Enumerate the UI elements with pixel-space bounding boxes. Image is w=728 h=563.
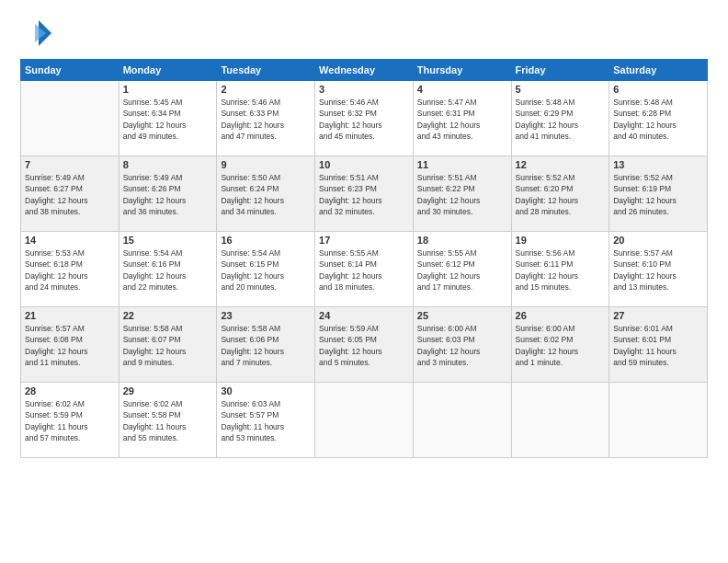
calendar-cell: 24Sunrise: 5:59 AMSunset: 6:05 PMDayligh… — [315, 307, 414, 383]
day-number: 15 — [123, 235, 213, 246]
day-number: 13 — [613, 159, 703, 170]
calendar-cell: 18Sunrise: 5:55 AMSunset: 6:12 PMDayligh… — [413, 232, 511, 307]
day-info: Sunrise: 6:02 AMSunset: 5:58 PMDaylight:… — [123, 398, 213, 443]
day-number: 29 — [123, 385, 213, 396]
day-info: Sunrise: 5:51 AMSunset: 6:23 PMDaylight:… — [319, 172, 409, 217]
day-number: 17 — [319, 235, 409, 246]
week-row-2: 7Sunrise: 5:49 AMSunset: 6:27 PMDaylight… — [21, 156, 708, 232]
calendar-cell: 17Sunrise: 5:55 AMSunset: 6:14 PMDayligh… — [315, 232, 414, 307]
calendar-cell: 29Sunrise: 6:02 AMSunset: 5:58 PMDayligh… — [119, 383, 217, 458]
day-info: Sunrise: 5:50 AMSunset: 6:24 PMDaylight:… — [221, 172, 311, 217]
calendar-cell: 19Sunrise: 5:56 AMSunset: 6:11 PMDayligh… — [511, 232, 609, 307]
day-info: Sunrise: 5:54 AMSunset: 6:15 PMDaylight:… — [221, 247, 311, 293]
calendar-cell: 13Sunrise: 5:52 AMSunset: 6:19 PMDayligh… — [609, 156, 708, 232]
day-number: 8 — [123, 159, 213, 170]
calendar-cell: 5Sunrise: 5:48 AMSunset: 6:29 PMDaylight… — [511, 81, 609, 156]
day-number: 18 — [417, 235, 507, 246]
day-info: Sunrise: 6:02 AMSunset: 5:59 PMDaylight:… — [25, 398, 115, 443]
day-number: 10 — [319, 159, 409, 170]
day-number: 6 — [613, 84, 703, 95]
day-number: 28 — [25, 385, 115, 396]
day-number: 12 — [516, 159, 606, 170]
day-info: Sunrise: 5:59 AMSunset: 6:05 PMDaylight:… — [319, 323, 409, 368]
day-number: 27 — [613, 310, 703, 321]
calendar-cell: 9Sunrise: 5:50 AMSunset: 6:24 PMDaylight… — [217, 156, 315, 232]
calendar-cell: 30Sunrise: 6:03 AMSunset: 5:57 PMDayligh… — [217, 383, 315, 458]
calendar-cell: 28Sunrise: 6:02 AMSunset: 5:59 PMDayligh… — [21, 383, 119, 458]
day-number: 11 — [417, 159, 507, 170]
day-info: Sunrise: 5:53 AMSunset: 6:18 PMDaylight:… — [25, 247, 115, 293]
day-info: Sunrise: 5:52 AMSunset: 6:19 PMDaylight:… — [613, 172, 703, 217]
day-info: Sunrise: 6:01 AMSunset: 6:01 PMDaylight:… — [613, 323, 703, 368]
day-number: 16 — [221, 235, 311, 246]
day-info: Sunrise: 5:51 AMSunset: 6:22 PMDaylight:… — [417, 172, 507, 217]
calendar: SundayMondayTuesdayWednesdayThursdayFrid… — [20, 59, 708, 458]
calendar-cell: 12Sunrise: 5:52 AMSunset: 6:20 PMDayligh… — [511, 156, 609, 232]
col-header-tuesday: Tuesday — [217, 60, 315, 81]
day-number: 22 — [123, 310, 213, 321]
day-info: Sunrise: 5:47 AMSunset: 6:31 PMDaylight:… — [417, 97, 507, 142]
calendar-cell: 10Sunrise: 5:51 AMSunset: 6:23 PMDayligh… — [315, 156, 414, 232]
calendar-cell: 15Sunrise: 5:54 AMSunset: 6:16 PMDayligh… — [119, 232, 217, 307]
header — [20, 17, 708, 50]
calendar-cell — [413, 383, 511, 458]
day-info: Sunrise: 6:00 AMSunset: 6:03 PMDaylight:… — [417, 323, 507, 368]
day-number: 14 — [25, 235, 115, 246]
day-info: Sunrise: 5:54 AMSunset: 6:16 PMDaylight:… — [123, 247, 213, 293]
day-info: Sunrise: 5:55 AMSunset: 6:12 PMDaylight:… — [417, 247, 507, 293]
day-number: 9 — [221, 159, 311, 170]
day-info: Sunrise: 5:58 AMSunset: 6:07 PMDaylight:… — [123, 323, 213, 368]
header-row: SundayMondayTuesdayWednesdayThursdayFrid… — [21, 60, 708, 81]
calendar-cell: 23Sunrise: 5:58 AMSunset: 6:06 PMDayligh… — [217, 307, 315, 383]
col-header-thursday: Thursday — [413, 60, 511, 81]
day-number: 7 — [25, 159, 115, 170]
day-info: Sunrise: 5:57 AMSunset: 6:10 PMDaylight:… — [613, 247, 703, 293]
calendar-cell: 20Sunrise: 5:57 AMSunset: 6:10 PMDayligh… — [609, 232, 708, 307]
day-info: Sunrise: 5:56 AMSunset: 6:11 PMDaylight:… — [516, 247, 606, 293]
day-info: Sunrise: 5:52 AMSunset: 6:20 PMDaylight:… — [516, 172, 606, 217]
calendar-cell: 11Sunrise: 5:51 AMSunset: 6:22 PMDayligh… — [413, 156, 511, 232]
calendar-cell: 6Sunrise: 5:48 AMSunset: 6:28 PMDaylight… — [609, 81, 708, 156]
day-info: Sunrise: 5:45 AMSunset: 6:34 PMDaylight:… — [123, 97, 213, 142]
day-info: Sunrise: 5:57 AMSunset: 6:08 PMDaylight:… — [25, 323, 115, 368]
day-number: 2 — [221, 84, 311, 95]
day-number: 4 — [417, 84, 507, 95]
day-number: 19 — [516, 235, 606, 246]
day-number: 5 — [516, 84, 606, 95]
calendar-cell: 7Sunrise: 5:49 AMSunset: 6:27 PMDaylight… — [21, 156, 119, 232]
calendar-cell: 1Sunrise: 5:45 AMSunset: 6:34 PMDaylight… — [119, 81, 217, 156]
logo-icon — [20, 17, 53, 50]
day-number: 26 — [516, 310, 606, 321]
day-info: Sunrise: 5:49 AMSunset: 6:26 PMDaylight:… — [123, 172, 213, 217]
day-info: Sunrise: 5:58 AMSunset: 6:06 PMDaylight:… — [221, 323, 311, 368]
day-number: 24 — [319, 310, 409, 321]
calendar-cell: 2Sunrise: 5:46 AMSunset: 6:33 PMDaylight… — [217, 81, 315, 156]
calendar-cell: 27Sunrise: 6:01 AMSunset: 6:01 PMDayligh… — [609, 307, 708, 383]
col-header-monday: Monday — [119, 60, 217, 81]
day-info: Sunrise: 5:46 AMSunset: 6:33 PMDaylight:… — [221, 97, 311, 142]
calendar-cell: 3Sunrise: 5:46 AMSunset: 6:32 PMDaylight… — [315, 81, 414, 156]
calendar-cell — [511, 383, 609, 458]
calendar-cell: 21Sunrise: 5:57 AMSunset: 6:08 PMDayligh… — [21, 307, 119, 383]
week-row-1: 1Sunrise: 5:45 AMSunset: 6:34 PMDaylight… — [21, 81, 708, 156]
calendar-cell — [609, 383, 708, 458]
week-row-3: 14Sunrise: 5:53 AMSunset: 6:18 PMDayligh… — [21, 232, 708, 307]
calendar-cell: 14Sunrise: 5:53 AMSunset: 6:18 PMDayligh… — [21, 232, 119, 307]
col-header-saturday: Saturday — [609, 60, 708, 81]
calendar-cell — [315, 383, 414, 458]
day-info: Sunrise: 5:48 AMSunset: 6:28 PMDaylight:… — [613, 97, 703, 142]
calendar-cell: 8Sunrise: 5:49 AMSunset: 6:26 PMDaylight… — [119, 156, 217, 232]
col-header-sunday: Sunday — [21, 60, 119, 81]
day-info: Sunrise: 6:00 AMSunset: 6:02 PMDaylight:… — [516, 323, 606, 368]
week-row-4: 21Sunrise: 5:57 AMSunset: 6:08 PMDayligh… — [21, 307, 708, 383]
day-number: 30 — [221, 385, 311, 396]
col-header-wednesday: Wednesday — [315, 60, 414, 81]
calendar-cell: 22Sunrise: 5:58 AMSunset: 6:07 PMDayligh… — [119, 307, 217, 383]
week-row-5: 28Sunrise: 6:02 AMSunset: 5:59 PMDayligh… — [21, 383, 708, 458]
day-info: Sunrise: 5:46 AMSunset: 6:32 PMDaylight:… — [319, 97, 409, 142]
day-number: 1 — [123, 84, 213, 95]
day-info: Sunrise: 5:55 AMSunset: 6:14 PMDaylight:… — [319, 247, 409, 293]
calendar-cell: 25Sunrise: 6:00 AMSunset: 6:03 PMDayligh… — [413, 307, 511, 383]
calendar-cell: 16Sunrise: 5:54 AMSunset: 6:15 PMDayligh… — [217, 232, 315, 307]
col-header-friday: Friday — [511, 60, 609, 81]
